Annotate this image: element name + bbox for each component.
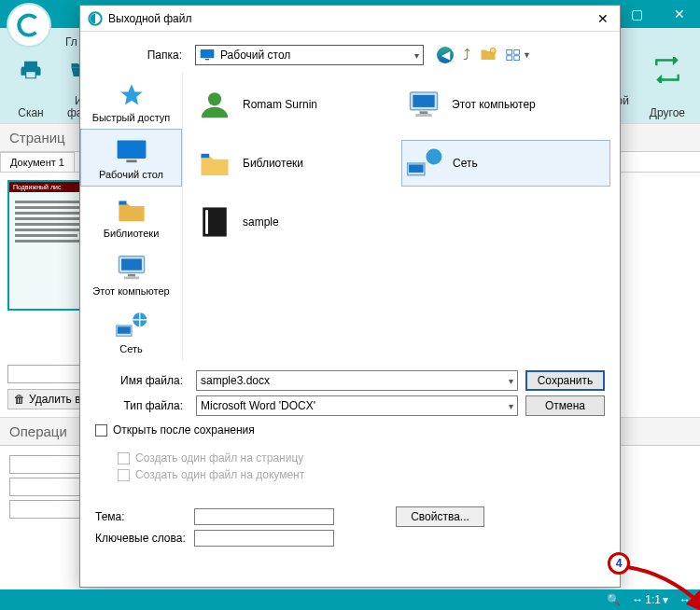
save-button[interactable]: Сохранить xyxy=(525,370,605,391)
ribbon-scan[interactable]: Скан xyxy=(9,53,52,123)
network-icon xyxy=(115,312,148,340)
file-item[interactable]: Этот компьютер xyxy=(401,82,610,127)
desktop-icon xyxy=(115,139,148,165)
file-item[interactable]: sample xyxy=(192,200,401,244)
trash-icon: 🗑 xyxy=(14,393,25,406)
svg-point-26 xyxy=(426,148,441,164)
maximize-button[interactable]: ▢ xyxy=(616,0,658,28)
svg-rect-22 xyxy=(415,114,431,117)
computer-icon xyxy=(115,254,148,282)
svg-rect-12 xyxy=(121,259,142,270)
folder-row: Папка: Рабочий стол ▾ ◀ ⤴ ▼ xyxy=(80,32,620,73)
cancel-button[interactable]: Отмена xyxy=(525,395,605,416)
close-app-button[interactable]: ✕ xyxy=(658,0,700,28)
back-icon[interactable]: ◀ xyxy=(437,47,454,63)
svg-rect-2 xyxy=(205,59,209,60)
place-desktop[interactable]: Рабочий стол xyxy=(80,129,182,187)
ribbon-label: Другое xyxy=(650,107,685,119)
place-label: Рабочий стол xyxy=(99,169,163,180)
printer-icon xyxy=(15,57,47,83)
properties-button[interactable]: Свойства... xyxy=(396,506,484,527)
file-item[interactable]: Romam Surnin xyxy=(192,82,401,127)
libraries-icon xyxy=(116,196,147,224)
svg-rect-20 xyxy=(413,95,434,107)
svg-rect-13 xyxy=(127,274,134,277)
user-icon xyxy=(196,88,233,121)
file-name: Библиотеки xyxy=(243,157,303,170)
up-icon[interactable]: ⤴ xyxy=(463,47,470,63)
file-item-selected[interactable]: Сеть xyxy=(401,140,610,187)
svg-point-3 xyxy=(490,48,496,53)
libraries-icon xyxy=(196,146,233,180)
dialog-title: Выходной файл xyxy=(108,12,192,25)
document-tab[interactable]: Документ 1 xyxy=(0,152,75,172)
zoom-out-icon[interactable]: 🔍 xyxy=(607,593,621,606)
quickaccess-icon xyxy=(118,82,146,108)
dialog-titlebar: Выходной файл ✕ xyxy=(80,6,620,32)
chevron-down-icon: ▾ xyxy=(509,401,513,411)
ribbon-tab-main[interactable]: Гл xyxy=(65,35,77,49)
svg-rect-1 xyxy=(201,49,215,58)
file-icon xyxy=(196,205,233,239)
filetype-value: Microsoft Word 'DOCX' xyxy=(201,399,315,412)
checkbox-icon xyxy=(118,469,130,481)
file-area[interactable]: Romam Surnin Этот компьютер Библиотеки С… xyxy=(183,73,620,360)
svg-rect-28 xyxy=(205,210,208,234)
dialog-close-button[interactable]: ✕ xyxy=(592,7,614,30)
cancel-label: Отмена xyxy=(545,399,585,412)
file-name: Этот компьютер xyxy=(452,98,536,111)
place-label: Этот компьютер xyxy=(92,285,169,297)
app-logo xyxy=(7,3,51,48)
places-sidebar: Быстрый доступ Рабочий стол Библиотеки Э… xyxy=(80,73,183,360)
svg-rect-5 xyxy=(514,49,520,54)
checkbox-label: Открыть после сохранения xyxy=(113,423,255,437)
statusbar: 🔍 ↔ 1:1 ▾ ↔ xyxy=(0,589,700,610)
new-folder-icon[interactable] xyxy=(480,47,497,64)
place-label: Сеть xyxy=(119,343,142,354)
svg-rect-7 xyxy=(514,56,520,61)
filename-value: sample3.docx xyxy=(201,374,270,387)
svg-rect-10 xyxy=(119,201,126,205)
chevron-down-icon: ▾ xyxy=(414,50,419,61)
step-badge: 4 xyxy=(608,552,630,575)
file-name: sample xyxy=(243,215,279,229)
save-label: Сохранить xyxy=(538,374,594,387)
place-libraries[interactable]: Библиотеки xyxy=(80,187,182,244)
computer-icon xyxy=(405,88,442,121)
theme-input[interactable] xyxy=(194,508,334,525)
zoom-level[interactable]: ↔ 1:1 ▾ xyxy=(632,593,668,606)
svg-rect-21 xyxy=(420,111,428,114)
open-after-save-checkbox[interactable]: Открыть после сохранения xyxy=(95,423,605,437)
fit-width-icon[interactable]: ↔ xyxy=(679,593,691,606)
input-a[interactable] xyxy=(7,365,84,383)
place-thispc[interactable]: Этот компьютер xyxy=(80,244,182,302)
zoom-value: 1:1 xyxy=(645,593,661,606)
one-per-page-checkbox: Создать один файл на страницу xyxy=(118,451,605,464)
filename-label: Имя файла: xyxy=(95,374,189,387)
one-per-doc-checkbox: Создать один файл на документ xyxy=(118,468,605,481)
filetype-select[interactable]: Microsoft Word 'DOCX' ▾ xyxy=(196,395,518,416)
keywords-input[interactable] xyxy=(194,530,334,547)
file-name: Сеть xyxy=(453,157,478,170)
view-menu[interactable]: ▼ xyxy=(506,49,531,62)
svg-rect-23 xyxy=(201,154,209,158)
checkbox-icon xyxy=(95,424,107,437)
file-item[interactable]: Библиотеки xyxy=(192,140,401,187)
checkbox-icon xyxy=(118,452,130,464)
keywords-label: Ключевые слова: xyxy=(95,532,189,545)
place-network[interactable]: Сеть xyxy=(80,302,182,360)
theme-label: Тема: xyxy=(95,510,189,523)
svg-rect-25 xyxy=(409,164,424,173)
ribbon-label: Скан xyxy=(18,107,43,119)
ribbon-other[interactable]: Другое xyxy=(644,53,691,123)
place-quickaccess[interactable]: Быстрый доступ xyxy=(80,73,182,129)
network-icon xyxy=(406,146,443,180)
filename-input[interactable]: sample3.docx ▾ xyxy=(196,370,518,391)
save-dialog: Выходной файл ✕ Папка: Рабочий стол ▾ ◀ … xyxy=(79,5,621,588)
place-label: Библиотеки xyxy=(104,228,160,239)
svg-rect-14 xyxy=(123,277,138,280)
checkbox-label: Создать один файл на страницу xyxy=(135,451,303,464)
folder-select[interactable]: Рабочий стол ▾ xyxy=(195,45,424,65)
folder-value: Рабочий стол xyxy=(220,49,290,62)
checkbox-label: Создать один файл на документ xyxy=(135,468,304,481)
